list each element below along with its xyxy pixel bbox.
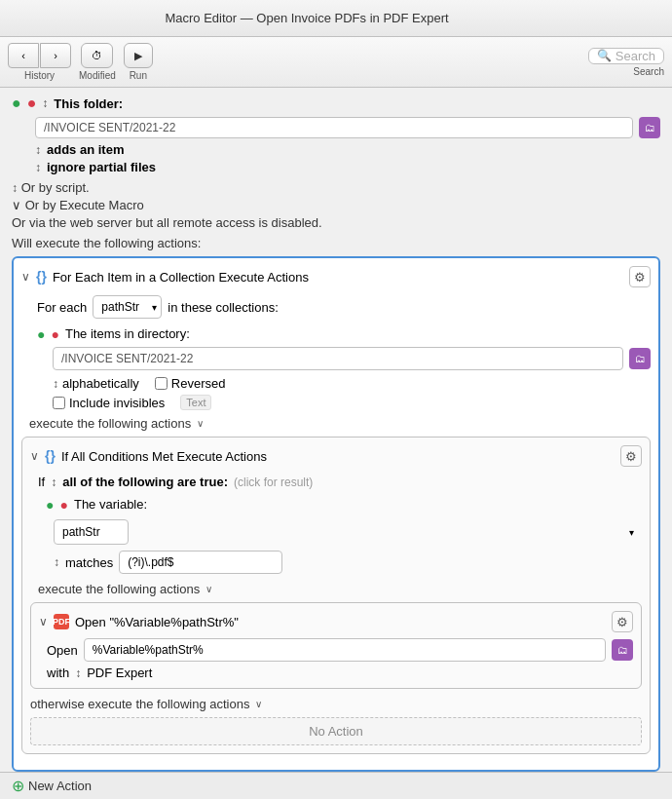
reversed-checkbox[interactable] (155, 377, 168, 390)
folder-icon-3: 🗂 (617, 644, 628, 656)
modified-button[interactable]: ⏱ (81, 43, 113, 68)
if-row: If ↕ all of the following are true: (cli… (30, 475, 642, 489)
modified-label: Modified (79, 70, 116, 81)
main-content: ● ● ↕ This folder: 🗂 ↕ adds an item ↕ ig… (0, 88, 672, 772)
history-label: History (24, 70, 55, 81)
gear-icon: ⚙ (634, 270, 646, 285)
in-collections-label: in these collections: (168, 300, 278, 315)
conditions-collapse-button[interactable]: ∨ (30, 449, 39, 463)
or-via-web-row: Or via the web server but all remote acc… (12, 215, 660, 230)
search-label: Search (633, 66, 664, 77)
forward-button[interactable]: › (40, 43, 71, 68)
toolbar: ‹ › History ⏱ Modified ▶ Run 🔍 Search Se… (0, 37, 672, 88)
open-gear-button[interactable]: ⚙ (612, 611, 633, 632)
folder-browse-button[interactable]: 🗂 (639, 117, 660, 138)
search-area: 🔍 Search Search (161, 48, 664, 77)
remove-items-button[interactable]: ● (51, 327, 58, 341)
add-items-button[interactable]: ● (37, 327, 45, 341)
include-invisibles-checkbox[interactable] (53, 397, 65, 409)
bottom-bar: ⊕ New Action (0, 772, 672, 799)
inner-execute-arrow: ∨ (205, 584, 212, 594)
open-title: Open "%Variable%pathStr%" (75, 615, 239, 629)
window-title: Macro Editor — Open Invoice PDFs in PDF … (0, 11, 664, 25)
open-pdf-icon: PDF (54, 614, 69, 629)
inner-execute-label: execute the following actions (38, 582, 200, 596)
history-btn-group: ‹ › (8, 43, 71, 68)
cycle-icon-2: ↕ (35, 143, 41, 157)
folder-label: This folder: (54, 96, 123, 111)
alphabetically-item: ↕ alphabetically (53, 376, 139, 391)
foreach-header: ∨ {} For Each Item in a Collection Execu… (21, 266, 651, 287)
cycle-icon-5: ↕ (53, 377, 58, 391)
foreach-gear-button[interactable]: ⚙ (629, 266, 651, 287)
conditions-header: ∨ {} If All Conditions Met Execute Actio… (30, 445, 642, 467)
inner-path-row: 🗂 (21, 347, 651, 370)
pathstr-dropdown-wrap: pathStr (93, 295, 162, 319)
foreach-row: For each pathStr in these collections: (21, 295, 651, 319)
modified-group: ⏱ Modified (79, 43, 116, 81)
click-result[interactable]: (click for result) (234, 476, 313, 489)
folder-path-input[interactable] (35, 117, 633, 138)
inner-path-input[interactable] (53, 347, 623, 370)
open-path-input[interactable] (84, 638, 606, 662)
folder-icon-2: 🗂 (635, 353, 646, 364)
or-via-web-label: Or via the web server but all remote acc… (12, 215, 322, 230)
foreach-container: ∨ {} For Each Item in a Collection Execu… (12, 256, 660, 772)
options-row: ↕ alphabetically Reversed (21, 376, 651, 391)
foreach-left: ∨ {} For Each Item in a Collection Execu… (21, 269, 309, 285)
cycle-icon-7: ↕ (54, 555, 59, 569)
otherwise-label: otherwise execute the following actions (30, 697, 249, 711)
cycle-icon-8: ↕ (75, 666, 81, 680)
remove-variable-button[interactable]: ● (59, 498, 67, 512)
gear-icon-2: ⚙ (625, 449, 637, 464)
or-by-script-row: ↕ Or by script. (12, 180, 660, 195)
invisibles-row: Include invisibles Text (21, 395, 651, 410)
chevron-down-icon: ∨ (12, 198, 21, 212)
no-action-label: No Action (309, 724, 363, 739)
pathstr-select[interactable]: pathStr (93, 295, 162, 319)
items-row: ● ● The items in directory: (21, 326, 651, 341)
adds-item-row: ↕ adds an item (35, 142, 660, 157)
add-folder-button[interactable]: ● (12, 95, 21, 111)
code-braces-icon: {} (36, 269, 47, 285)
or-by-script-label: Or by script. (21, 180, 90, 195)
open-collapse-button[interactable]: ∨ (39, 615, 48, 628)
back-button[interactable]: ‹ (8, 43, 39, 68)
gear-icon-3: ⚙ (616, 615, 628, 629)
remove-folder-button[interactable]: ● (27, 95, 37, 111)
new-action-button[interactable]: ⊕ New Action (12, 779, 92, 794)
all-of-label: all of the following are true: (62, 475, 228, 489)
run-button[interactable]: ▶ (124, 43, 153, 68)
include-invisibles-label: Include invisibles (69, 396, 165, 410)
open-browse-button[interactable]: 🗂 (612, 639, 633, 661)
variable-row: ● ● The variable: (30, 497, 642, 512)
cycle-icon-6: ↕ (51, 476, 56, 489)
open-header: ∨ PDF Open "%Variable%pathStr%" ⚙ (39, 611, 633, 632)
open-row: Open 🗂 (39, 638, 633, 662)
inner-folder-browse-button[interactable]: 🗂 (629, 348, 651, 369)
new-action-label: New Action (28, 779, 92, 793)
var-dropdown-wrap: pathStr (54, 519, 642, 545)
inner-execute-row: execute the following actions ∨ (30, 582, 642, 596)
add-variable-button[interactable]: ● (46, 498, 54, 512)
open-label: Open (47, 643, 78, 658)
matches-input[interactable] (119, 551, 282, 574)
no-action-container: No Action (30, 717, 642, 745)
search-box[interactable]: 🔍 Search (588, 48, 664, 64)
cycle-icon: ↕ (42, 96, 48, 110)
reversed-label: Reversed (171, 376, 226, 391)
otherwise-row: otherwise execute the following actions … (30, 697, 642, 711)
open-container: ∨ PDF Open "%Variable%pathStr%" ⚙ Open 🗂 (30, 602, 642, 689)
clock-icon: ⏱ (92, 50, 102, 61)
conditions-left: ∨ {} If All Conditions Met Execute Actio… (30, 448, 267, 464)
conditions-container: ∨ {} If All Conditions Met Execute Actio… (21, 437, 651, 754)
cycle-icon-4: ↕ (12, 181, 18, 195)
will-execute-label: Will execute the following actions: (12, 236, 660, 250)
open-left: ∨ PDF Open "%Variable%pathStr%" (39, 614, 239, 629)
foreach-title: For Each Item in a Collection Execute Ac… (53, 270, 309, 285)
conditions-gear-button[interactable]: ⚙ (620, 445, 642, 467)
var-select[interactable]: pathStr (54, 519, 129, 545)
run-label: Run (130, 70, 147, 81)
foreach-collapse-button[interactable]: ∨ (21, 270, 30, 284)
with-row: with ↕ PDF Expert (39, 666, 633, 680)
